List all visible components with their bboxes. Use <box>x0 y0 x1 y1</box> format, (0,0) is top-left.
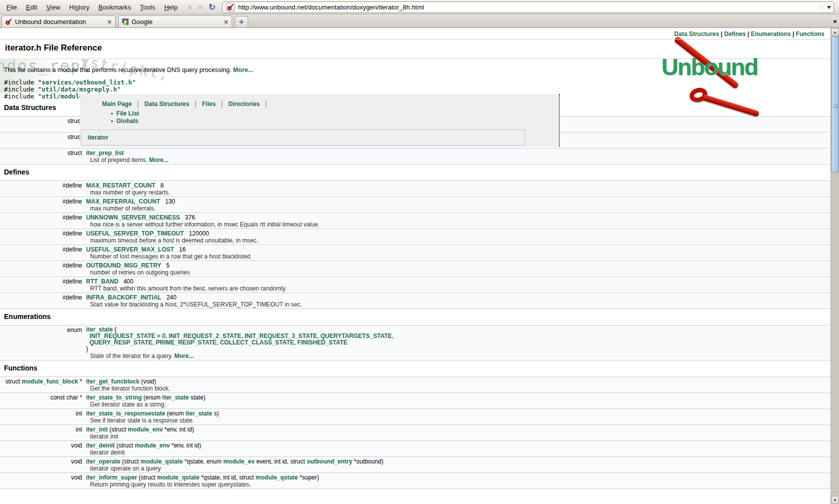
doc-link[interactable]: iter_state <box>186 410 212 417</box>
tab-close-icon[interactable]: × <box>108 18 112 26</box>
table-row: #defineINFRA_BACKOFF_INITIAL 240Start va… <box>0 292 830 308</box>
doc-link[interactable]: module_qstate <box>157 474 200 481</box>
doc-link[interactable]: QUERYTARGETS_STATE <box>320 332 392 340</box>
doc-link[interactable]: QUERY_RESP_STATE <box>90 339 153 346</box>
doc-link[interactable]: COLLECT_CLASS_STATE <box>220 339 294 346</box>
description-text: iterator init <box>90 433 118 440</box>
doc-link[interactable]: INFRA_BACKOFF_INITIAL <box>86 294 162 301</box>
section-heading-functions: Functions <box>4 364 830 372</box>
refresh-icon[interactable]: ↻ <box>206 2 218 12</box>
member-declaration: #defineUSEFUL_SERVER_TOP_TIMEOUT 120000 <box>0 230 830 237</box>
overlay-nav-files[interactable]: Files <box>202 100 216 108</box>
table-row: voiditer_deinit (struct module_env *env,… <box>0 440 830 456</box>
overlay-nav-directories[interactable]: Directories <box>229 100 260 108</box>
more-link[interactable]: More... <box>233 66 253 74</box>
overlay-link-globals[interactable]: Globals <box>117 118 139 124</box>
doc-link[interactable]: module_env <box>128 426 163 433</box>
doc-link[interactable]: outbound_entry <box>307 458 352 465</box>
member-declaration: voiditer_deinit (struct module_env *env,… <box>0 442 830 449</box>
doc-link[interactable]: OUTBOUND_MSG_RETRY <box>86 262 161 269</box>
doc-link[interactable]: USEFUL_SERVER_MAX_LOST <box>86 246 174 253</box>
member-name-cell: USEFUL_SERVER_MAX_LOST 16 <box>86 246 830 253</box>
back-icon[interactable]: « <box>185 2 195 12</box>
overlay-nav-separator: │ <box>260 100 273 108</box>
member-description: iterator init <box>90 433 830 440</box>
scrollbar-thumb[interactable] <box>831 36 839 172</box>
menu-history[interactable]: History <box>65 2 94 13</box>
description-text: State of the iterator for a query. <box>90 352 175 360</box>
top-link-enumerations[interactable]: Enumerations <box>751 30 791 38</box>
new-tab-button[interactable]: + <box>235 16 248 28</box>
doc-link[interactable]: MAX_RESTART_COUNT <box>86 182 155 189</box>
scroll-up-icon[interactable]: ▴ <box>831 28 839 36</box>
url-bar[interactable]: http://www.unbound.net/documentation/dox… <box>222 2 834 13</box>
doc-link[interactable]: module_func_block <box>22 378 78 385</box>
doc-link[interactable]: iter_state_is_responsestate <box>86 410 165 417</box>
overlay-nav-main-page[interactable]: Main Page <box>102 100 132 108</box>
vertical-scrollbar[interactable]: ▴ ▾ <box>830 28 839 504</box>
url-dropdown-icon[interactable]: ▾ <box>827 4 831 10</box>
doc-link[interactable]: module_ev <box>223 458 255 465</box>
doc-link[interactable]: PRIME_RESP_STATE <box>156 339 217 346</box>
doc-link[interactable]: FINISHED_STATE <box>297 339 347 346</box>
member-description: Return priming query results to interest… <box>90 481 830 488</box>
url-input[interactable]: http://www.unbound.net/documentation/dox… <box>238 4 815 11</box>
top-link-defines[interactable]: Defines <box>724 30 745 38</box>
bookmark-star-icon[interactable]: ☆ <box>818 2 824 12</box>
member-description: Get the iterator function block. <box>90 385 830 392</box>
menu-view[interactable]: View <box>42 2 65 13</box>
menu-tools[interactable]: Tools <box>136 2 160 13</box>
doc-link[interactable]: INIT_REQUEST_STATE <box>90 332 156 340</box>
member-line: QUERY_RESP_STATE, PRIME_RESP_STATE, COLL… <box>86 340 830 346</box>
code-text: 240 <box>162 294 177 301</box>
code-text: { <box>113 326 116 333</box>
member-name-cell: iter_inform_super (struct module_qstate … <box>86 474 830 481</box>
code-text: *qstate, int id, struct <box>200 474 256 481</box>
scroll-down-icon[interactable]: ▾ <box>831 496 839 504</box>
member-name-cell: INFRA_BACKOFF_INITIAL 240 <box>86 294 830 301</box>
more-link[interactable]: More... <box>149 156 169 164</box>
doc-link[interactable]: iter_inform_super <box>86 474 137 481</box>
doc-link[interactable]: UNKNOWN_SERVER_NICENESS <box>86 214 180 221</box>
doc-link[interactable]: module_qstate <box>141 458 183 465</box>
overlay-directory-box[interactable]: iterator <box>81 130 525 146</box>
tab-unbound-documentation[interactable]: Unbound documentation × <box>2 16 116 28</box>
top-link-data-structures[interactable]: Data Structures <box>674 30 719 38</box>
doc-link[interactable]: iter_prep_list <box>86 150 124 156</box>
doc-link[interactable]: INIT_REQUEST_3_STATE <box>245 332 317 340</box>
overlay-nav-data-structures[interactable]: Data Structures <box>145 100 189 108</box>
doc-link[interactable]: iter_state_to_string <box>86 394 142 401</box>
menu-edit[interactable]: Edit <box>22 2 42 13</box>
more-link[interactable]: More... <box>175 352 194 360</box>
doc-link[interactable]: iter_deinit <box>86 442 115 449</box>
tab-google[interactable]: Google × <box>118 16 232 28</box>
doc-link[interactable]: USEFUL_SERVER_TOP_TIMEOUT <box>86 230 184 237</box>
doc-link[interactable]: RTT_BAND <box>86 278 119 285</box>
doc-link[interactable]: iter_operate <box>86 458 121 465</box>
menu-file[interactable]: File <box>2 2 22 13</box>
doc-link[interactable]: iter_init <box>86 426 108 433</box>
doc-link[interactable]: iter_state <box>162 394 189 401</box>
overlay-link-file-list[interactable]: File List <box>117 110 139 117</box>
description-text: iterator operate on a query <box>90 465 161 472</box>
doc-link[interactable]: module_env <box>135 442 170 449</box>
top-link-functions[interactable]: Functions <box>796 30 824 38</box>
member-type-cell: enum <box>0 326 86 352</box>
tab-close-icon[interactable]: × <box>224 18 228 26</box>
table-row: voiditer_inform_super (struct module_qst… <box>0 472 830 488</box>
menu-help[interactable]: Help <box>160 2 182 13</box>
menu-bookmarks[interactable]: Bookmarks <box>94 2 136 13</box>
doc-link[interactable]: module_qstate <box>256 474 298 481</box>
doc-link[interactable]: MAX_REFERRAL_COUNT <box>86 198 160 205</box>
include-path-link[interactable]: util/data/msgreply.h <box>42 86 117 93</box>
description-text: number of retries on outgoing queries <box>90 269 190 276</box>
doc-link[interactable]: iter_state <box>86 326 113 333</box>
member-line: iter_init (struct module_env *env, int i… <box>86 426 830 433</box>
forward-icon[interactable]: » <box>196 2 205 12</box>
tab-list-dropdown-icon[interactable]: ▾ <box>833 18 837 25</box>
site-favicon[interactable] <box>226 3 235 12</box>
code-text: (struct <box>137 474 157 481</box>
doc-link[interactable]: INIT_REQUEST_2_STATE <box>169 332 241 340</box>
doc-link[interactable]: iter_get_funcblock <box>86 378 140 385</box>
include-path-link[interactable]: services/outbound_list.h <box>42 78 132 86</box>
